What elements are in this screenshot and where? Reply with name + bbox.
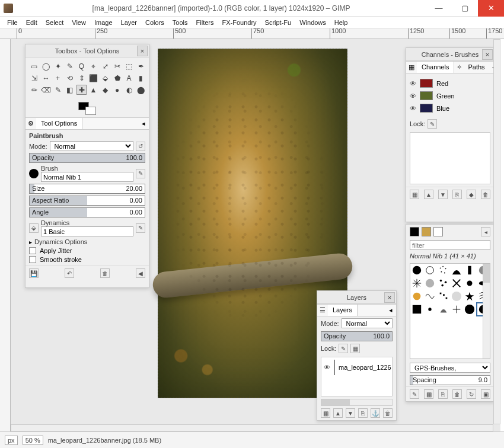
toolbox-titlebar[interactable]: Toolbox - Tool Options × — [25, 44, 149, 57]
brush-item[interactable] — [410, 303, 423, 316]
tool-align[interactable]: + — [53, 73, 63, 83]
tool-by-color[interactable]: Q — [76, 61, 87, 71]
brush-item[interactable] — [450, 290, 463, 303]
tool-clone[interactable]: ◐ — [124, 85, 134, 95]
layer-opacity-slider[interactable]: Opacity 100.0 — [321, 331, 393, 341]
tool-eraser[interactable]: ▲ — [88, 85, 98, 95]
apply-jitter-checkbox[interactable]: Apply Jitter — [29, 247, 145, 254]
brush-scrollbar[interactable] — [483, 264, 490, 359]
brush-item[interactable] — [437, 264, 450, 277]
menu-scriptfu[interactable]: Script-Fu — [261, 18, 295, 27]
layers-tab-icon[interactable]: ☰ — [317, 305, 328, 316]
angle-slider[interactable]: Angle 0.00 — [29, 207, 145, 217]
to-selection-icon[interactable]: ◆ — [467, 190, 476, 199]
brush-item[interactable] — [450, 277, 463, 290]
layer-row[interactable]: ma_leopard_1226 — [321, 357, 392, 377]
canvas-vscrollbar[interactable] — [493, 39, 500, 424]
channels-dock[interactable]: Channels - Brushes × ▦ Channels ✧ Paths … — [406, 47, 495, 222]
tab-channels[interactable]: Channels — [417, 62, 454, 73]
mode-select[interactable]: Normal — [50, 141, 133, 151]
close-button[interactable]: ✕ — [478, 0, 504, 17]
channels-titlebar[interactable]: Channels - Brushes × — [406, 48, 494, 61]
channel-row-green[interactable]: Green — [409, 89, 492, 102]
tool-fuzzy-select[interactable]: ✎ — [65, 61, 75, 71]
delete-channel-icon[interactable]: 🗑 — [481, 190, 490, 199]
brush-item[interactable] — [423, 290, 436, 303]
delete-preset-icon[interactable]: 🗑 — [100, 268, 110, 278]
tool-flip[interactable]: A — [124, 73, 134, 83]
brush-item[interactable] — [423, 264, 436, 277]
tool-foreground[interactable]: ⤢ — [100, 61, 110, 71]
layer-mode-select[interactable]: Normal — [342, 318, 393, 328]
smooth-stroke-checkbox[interactable]: Smooth stroke — [29, 256, 145, 263]
tool-paths[interactable]: ✂ — [112, 61, 122, 71]
brush-item[interactable] — [423, 303, 436, 316]
tool-cage[interactable]: ▮ — [136, 73, 146, 83]
eye-icon[interactable] — [410, 92, 416, 100]
tool-pencil[interactable]: ◧ — [65, 85, 75, 95]
menu-colors[interactable]: Colors — [142, 18, 168, 27]
color-swatch[interactable] — [78, 102, 96, 115]
channels-tab-icon[interactable]: ▦ — [406, 62, 417, 73]
unit-select[interactable]: px — [5, 436, 18, 445]
tab-tool-options[interactable]: Tool Options — [36, 118, 82, 129]
brush-swatch[interactable] — [422, 227, 431, 236]
brush-preview-icon[interactable] — [29, 169, 39, 178]
mode-reset-icon[interactable]: ↺ — [136, 142, 145, 151]
layers-titlebar[interactable]: Layers × — [317, 291, 396, 304]
menu-help[interactable]: Help — [331, 18, 352, 27]
brush-preset-select[interactable]: GPS-Brushes, — [410, 363, 490, 373]
tool-shear[interactable]: ⬙ — [100, 73, 110, 83]
channel-row-red[interactable]: Red — [409, 77, 492, 89]
tab-menu-icon[interactable]: ◂ — [138, 118, 149, 129]
brush-item[interactable] — [423, 277, 436, 290]
brush-item[interactable] — [437, 290, 450, 303]
save-preset-icon[interactable]: 💾 — [29, 268, 39, 278]
tool-free-select[interactable]: ✦ — [53, 61, 63, 71]
brush-bg-swatch[interactable] — [433, 227, 443, 236]
tool-paintbrush[interactable]: ✚ — [76, 85, 87, 95]
brush-item[interactable] — [463, 303, 476, 316]
layers-dock[interactable]: Layers × ☰ Layers ◂ Mode: Normal Opacity… — [317, 290, 397, 421]
minimize-button[interactable]: — — [426, 0, 452, 17]
brush-fg-swatch[interactable] — [410, 227, 419, 236]
tool-crop[interactable]: ⟲ — [65, 73, 75, 83]
tool-rotate[interactable]: ⇕ — [76, 73, 87, 83]
tool-airbrush[interactable]: ◆ — [100, 85, 110, 95]
duplicate-channel-icon[interactable]: ⎘ — [452, 190, 462, 199]
menu-fxfoundry[interactable]: FX-Foundry — [218, 18, 260, 27]
anchor-layer-icon[interactable]: ⚓ — [371, 408, 380, 418]
menu-filters[interactable]: Filters — [193, 18, 218, 27]
tool-ink[interactable]: ● — [112, 85, 122, 95]
tool-options-icon[interactable]: ⚙ — [25, 118, 36, 129]
dynamics-icon[interactable]: ⬙ — [29, 223, 39, 233]
expand-icon[interactable]: ▸ — [29, 239, 32, 245]
raise-layer-icon[interactable]: ▲ — [333, 408, 343, 418]
brush-item[interactable] — [463, 264, 476, 277]
raise-channel-icon[interactable]: ▲ — [424, 190, 433, 199]
tab-layers[interactable]: Layers — [328, 305, 358, 316]
tool-measure[interactable]: ⇲ — [29, 73, 39, 83]
brush-filter-input[interactable] — [410, 240, 490, 250]
brush-grid[interactable] — [410, 263, 490, 359]
lower-layer-icon[interactable]: ▼ — [346, 408, 355, 418]
tool-bucket[interactable]: ⌫ — [41, 85, 51, 95]
menu-tools[interactable]: Tools — [169, 18, 192, 27]
close-icon[interactable]: × — [482, 49, 493, 60]
tool-perspective[interactable]: ⬟ — [112, 73, 122, 83]
brush-item[interactable] — [410, 290, 423, 303]
brush-item[interactable] — [437, 303, 450, 316]
lock-pixels-icon[interactable]: ✎ — [428, 119, 437, 129]
menu-view[interactable]: View — [68, 18, 90, 27]
canvas-hscrollbar[interactable] — [11, 424, 493, 431]
layer-name[interactable]: ma_leopard_1226 — [339, 364, 391, 371]
tool-zoom[interactable]: ✒ — [136, 61, 146, 71]
brush-edit-icon[interactable]: ✎ — [136, 169, 145, 178]
eye-icon[interactable] — [324, 364, 330, 371]
lock-alpha-icon[interactable]: ▦ — [350, 344, 360, 353]
lower-channel-icon[interactable]: ▼ — [438, 190, 448, 199]
tab-menu-icon[interactable]: ◂ — [481, 227, 490, 236]
brush-item[interactable] — [463, 290, 476, 303]
brush-item[interactable] — [450, 264, 463, 277]
reset-preset-icon[interactable]: ◀ — [136, 268, 145, 278]
